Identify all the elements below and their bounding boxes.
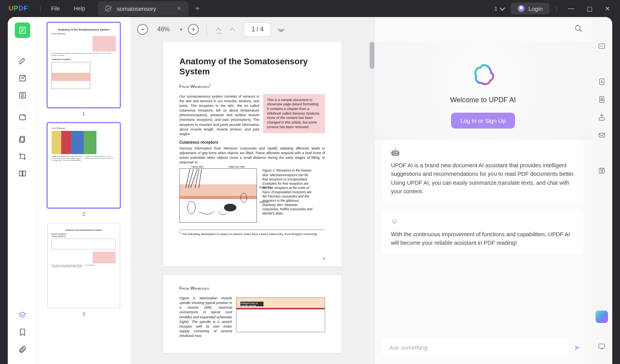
convert-button[interactable] <box>596 76 608 88</box>
figure-1-caption: Figure 1: Receptors in the human skin: M… <box>262 168 313 223</box>
search-icon[interactable] <box>574 24 583 35</box>
svg-rect-14 <box>599 97 604 103</box>
thumbnail-page-3[interactable]: Anatomy of the Somatosensory System Rapi… <box>47 223 120 308</box>
doc-paragraph: Sensory information from Meissner corpus… <box>179 146 325 165</box>
first-page-button[interactable] <box>215 26 224 34</box>
svg-rect-16 <box>599 118 604 120</box>
thumbnail-page-2[interactable]: From Wikibooks rapidly adapting afferent… <box>47 123 120 208</box>
ocr-button[interactable] <box>596 40 608 52</box>
page-1: Anatomy of the Somatosensory System From… <box>163 42 341 266</box>
robot-icon: 🤖 <box>391 147 575 158</box>
menu-file[interactable]: File <box>44 5 67 12</box>
zoom-out-button[interactable]: − <box>137 24 148 35</box>
tab-icon <box>105 5 111 12</box>
footnote: 1 The following description is based on … <box>179 230 325 236</box>
prev-page-button[interactable] <box>229 26 237 34</box>
thumbnail-panel: Anatomy of the Somatosensory System From… <box>37 17 130 364</box>
svg-point-10 <box>241 193 247 203</box>
thumbnail-page-1[interactable]: Anatomy of the Somatosensory System From… <box>47 22 120 108</box>
sample-notice-box: This is a sample document to showcase pa… <box>263 94 325 134</box>
minimize-button[interactable]: — <box>563 5 579 12</box>
svg-rect-3 <box>19 115 25 120</box>
doc-source: From Wikibooks <box>179 286 325 290</box>
annotate-tool[interactable] <box>15 70 30 86</box>
svg-point-9 <box>224 204 236 211</box>
svg-point-11 <box>575 25 580 30</box>
maximize-button[interactable]: ▢ <box>582 5 597 12</box>
save-button[interactable] <box>596 165 608 177</box>
scrollbar[interactable] <box>370 42 374 69</box>
new-tab-button[interactable]: + <box>195 4 200 13</box>
send-button[interactable]: ➤ <box>568 343 584 353</box>
zoom-dropdown[interactable]: ▼ <box>179 27 183 32</box>
email-button[interactable] <box>596 129 608 141</box>
separator <box>207 24 207 34</box>
document-viewer: − 46% ▼ + 1 / 4 Anatomy of the Somatosen… <box>130 17 374 364</box>
form-tool[interactable] <box>15 110 30 125</box>
layers-tool[interactable] <box>15 307 30 323</box>
ai-toggle-button[interactable] <box>596 311 608 323</box>
reader-tool[interactable] <box>15 22 30 38</box>
credits-indicator[interactable]: 1 <box>491 5 508 12</box>
tab-title: somatosensory <box>117 5 156 12</box>
view-toolbar: − 46% ▼ + 1 / 4 <box>130 17 374 42</box>
figure-2-caption: Figure 2: Mammalian muscle spindle showi… <box>179 296 234 338</box>
page-2: From Wikibooks enlarged view of muscle s… <box>163 275 341 353</box>
login-button[interactable]: Login <box>511 3 550 14</box>
protect-button[interactable] <box>596 94 608 105</box>
ai-login-button[interactable]: Log In or Sign Up <box>451 113 515 129</box>
document-tab[interactable]: somatosensory × <box>98 1 188 16</box>
crop-tool[interactable] <box>15 149 30 164</box>
smile-icon: ☺ <box>391 216 575 227</box>
doc-title: Anatomy of the Somatosensory System <box>179 57 325 77</box>
edit-text-tool[interactable] <box>15 88 30 103</box>
svg-point-19 <box>601 170 603 172</box>
thumbnail-number: 2 <box>43 211 124 217</box>
attachment-tool[interactable] <box>15 342 30 357</box>
separator: | <box>40 5 41 12</box>
organize-tool[interactable] <box>15 132 30 147</box>
app-logo: UPDF <box>0 5 36 12</box>
svg-point-8 <box>188 201 195 214</box>
avatar-icon <box>518 5 525 12</box>
bookmark-tool[interactable] <box>15 325 30 340</box>
updf-ai-logo-icon <box>472 63 495 86</box>
figure-1-diagram: Hairy skin Glabrous skin Epidermis Dermi… <box>179 168 257 223</box>
tab-close-button[interactable]: × <box>177 5 181 13</box>
highlight-tool[interactable] <box>15 53 30 69</box>
compare-tool[interactable] <box>15 166 30 181</box>
doc-source: From Wikibooks1 <box>179 84 325 89</box>
menu-help[interactable]: Help <box>67 5 92 12</box>
ai-intro-card: ☺ With the continuous improvement of fun… <box>382 209 584 254</box>
zoom-level: 46% <box>153 26 174 33</box>
chevron-down-icon <box>499 5 505 11</box>
ai-panel: Welcome to UPDF AI Log In or Sign Up 🤖 U… <box>374 17 591 364</box>
svg-rect-15 <box>601 99 603 101</box>
right-toolbar <box>591 17 612 364</box>
page-indicator[interactable]: 1 / 4 <box>244 22 271 36</box>
ai-chat-input[interactable] <box>382 339 568 356</box>
figure-2-diagram: enlarged view of muscle spindle <box>236 297 325 332</box>
share-button[interactable] <box>596 112 608 123</box>
svg-rect-21 <box>599 344 605 348</box>
page-canvas[interactable]: Anatomy of the Somatosensory System From… <box>130 42 374 364</box>
feedback-button[interactable] <box>596 341 608 352</box>
separator: | <box>556 5 557 12</box>
ai-intro-card: 🤖 UPDF AI is a brand new document AI ass… <box>382 140 584 203</box>
close-button[interactable]: ✕ <box>600 5 615 12</box>
doc-subheading: Cutaneous receptors <box>179 140 325 144</box>
svg-rect-20 <box>601 168 603 169</box>
zoom-in-button[interactable]: + <box>188 24 199 35</box>
ai-welcome-text: Welcome to UPDF AI <box>450 96 516 104</box>
thumbnail-number: 1 <box>43 111 124 117</box>
left-toolbar <box>8 17 37 364</box>
next-page-button[interactable] <box>276 26 286 34</box>
ai-welcome-hero: Welcome to UPDF AI Log In or Sign Up <box>375 42 591 140</box>
page-number: 1 <box>323 256 325 260</box>
thumbnail-number: 3 <box>43 311 124 317</box>
svg-rect-17 <box>599 133 605 137</box>
